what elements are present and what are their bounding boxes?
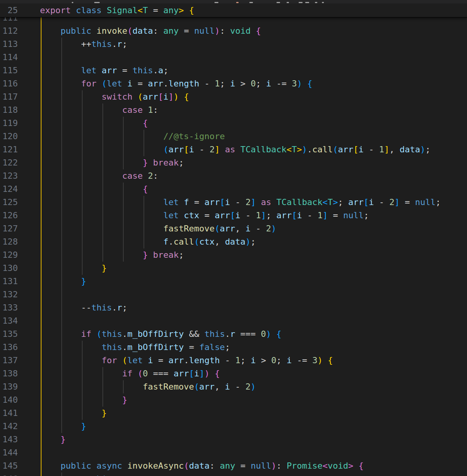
line-number[interactable]: 130: [0, 262, 18, 275]
code-line-115[interactable]: 115 let arr = this.a;: [0, 64, 467, 77]
line-number[interactable]: 121: [0, 143, 18, 156]
code-line-120[interactable]: 120 //@ts-ignore: [0, 130, 467, 143]
code-token: {: [276, 329, 281, 339]
code-token: ;: [122, 474, 127, 476]
line-number[interactable]: 122: [0, 156, 18, 169]
code-line-122[interactable]: 122 } break;: [0, 156, 467, 169]
code-line-112[interactable]: 112 public invoke(data: any = null): voi…: [0, 24, 467, 38]
line-number[interactable]: 133: [0, 301, 18, 314]
line-number[interactable]: 142: [0, 420, 18, 433]
code-token: m_bOffDirty: [127, 329, 184, 339]
code-token: [148, 158, 153, 167]
sticky-scroll-line[interactable]: 25export class Signal<T = any> {: [0, 3, 467, 17]
code-token: Signal: [107, 5, 137, 15]
code-token: .: [168, 237, 173, 247]
line-number[interactable]: 124: [0, 183, 18, 196]
line-number[interactable]: 118: [0, 103, 18, 117]
line-number[interactable]: 113: [0, 38, 18, 51]
line-number[interactable]: 138: [0, 367, 18, 380]
code-line-136[interactable]: 136 this.m_bOffDirty = false;: [0, 341, 467, 354]
line-number[interactable]: 146: [0, 473, 18, 476]
code-line-145[interactable]: 145 public async invokeAsync(data: any =…: [0, 459, 467, 473]
code-token: (: [333, 145, 338, 154]
code-token: r: [117, 39, 122, 49]
line-number[interactable]: 131: [0, 275, 18, 288]
code-token: [143, 171, 148, 181]
code-line-129[interactable]: 129 } break;: [0, 248, 467, 262]
line-number[interactable]: 144: [0, 446, 18, 459]
code-line-133[interactable]: 133 --this.r;: [0, 301, 467, 314]
code-token: [179, 197, 184, 207]
code-token: arr: [199, 382, 215, 391]
code-line-134[interactable]: 134: [0, 314, 467, 328]
code-line-123[interactable]: 123 case 2:: [0, 169, 467, 183]
code-line-128[interactable]: 128 f.call(ctx, data);: [0, 235, 467, 248]
line-number[interactable]: 136: [0, 341, 18, 354]
code-line-143[interactable]: 143 }: [0, 433, 467, 446]
sticky-line-number[interactable]: 25: [0, 3, 18, 17]
line-number[interactable]: 129: [0, 248, 18, 262]
code-line-141[interactable]: 141 }: [0, 407, 467, 420]
code-line-119[interactable]: 119 {: [0, 117, 467, 130]
code-token: -: [374, 197, 389, 207]
code-line-138[interactable]: 138 if (0 === arr[i]) {: [0, 367, 467, 380]
code-line-142[interactable]: 142 }: [0, 420, 467, 433]
code-line-124[interactable]: 124 {: [0, 183, 467, 196]
line-number[interactable]: 145: [0, 459, 18, 473]
code-token: [40, 210, 163, 220]
code-line-144[interactable]: 144: [0, 446, 467, 459]
code-token: i: [297, 210, 302, 220]
code-line-125[interactable]: 125 let f = arr[i - 2] as TCallback<T>; …: [0, 196, 467, 209]
line-number[interactable]: 123: [0, 169, 18, 183]
line-number[interactable]: 119: [0, 117, 18, 130]
code-token: arr: [102, 66, 117, 75]
line-number[interactable]: 125: [0, 196, 18, 209]
line-number[interactable]: 115: [0, 64, 18, 77]
code-token: public: [61, 461, 91, 471]
line-number[interactable]: 112: [0, 24, 18, 38]
line-number[interactable]: 135: [0, 328, 18, 341]
code-line-116[interactable]: 116 for (let i = arr.length - 1; i > 0; …: [0, 77, 467, 90]
line-number[interactable]: 137: [0, 354, 18, 367]
line-number[interactable]: 128: [0, 235, 18, 248]
code-line-130[interactable]: 130 }: [0, 262, 467, 275]
line-number[interactable]: 126: [0, 209, 18, 222]
code-line-135[interactable]: 135 if (this.m_bOffDirty && this.r === 0…: [0, 328, 467, 341]
line-number[interactable]: 134: [0, 314, 18, 328]
code-line-127[interactable]: 127 fastRemove(arr, i - 2): [0, 222, 467, 235]
code-line-113[interactable]: 113 ++this.r;: [0, 38, 467, 51]
code-token: ): [214, 26, 220, 36]
code-line-126[interactable]: 126 let ctx = arr[i - 1]; arr[i - 1] = n…: [0, 209, 467, 222]
line-number[interactable]: 116: [0, 77, 18, 90]
line-number[interactable]: 143: [0, 433, 18, 446]
code-line-text: {: [40, 117, 148, 130]
line-number[interactable]: 117: [0, 90, 18, 103]
code-token: -: [230, 197, 246, 207]
code-token: r: [117, 474, 122, 476]
line-number[interactable]: 120: [0, 130, 18, 143]
code-token: 3: [292, 79, 297, 88]
code-line-140[interactable]: 140 }: [0, 393, 467, 407]
code-token: ]: [261, 210, 266, 220]
line-number[interactable]: 141: [0, 407, 18, 420]
code-token: [235, 145, 240, 154]
code-line-131[interactable]: 131 }: [0, 275, 467, 288]
code-token: =: [189, 197, 204, 207]
code-token: 0: [261, 329, 266, 339]
code-line-118[interactable]: 118 case 1:: [0, 103, 467, 117]
code-line-146[interactable]: 146 ++this.r;: [0, 473, 467, 476]
line-number[interactable]: 132: [0, 288, 18, 301]
code-line-137[interactable]: 137 for (let i = arr.length - 1; i > 0; …: [0, 354, 467, 367]
line-number[interactable]: 140: [0, 393, 18, 407]
code-line-114[interactable]: 114: [0, 51, 467, 64]
code-token: i: [163, 92, 168, 102]
code-line-139[interactable]: 139 fastRemove(arr, i - 2): [0, 380, 467, 393]
line-number[interactable]: 114: [0, 51, 18, 64]
line-number[interactable]: 139: [0, 380, 18, 393]
code-line-121[interactable]: 121 (arr[i - 2] as TCallback<T>).call(ar…: [0, 143, 467, 156]
code-token: arr: [348, 197, 364, 207]
code-line-132[interactable]: 132: [0, 288, 467, 301]
code-token: ): [420, 145, 425, 154]
code-line-117[interactable]: 117 switch (arr[i]) {: [0, 90, 467, 103]
line-number[interactable]: 127: [0, 222, 18, 235]
